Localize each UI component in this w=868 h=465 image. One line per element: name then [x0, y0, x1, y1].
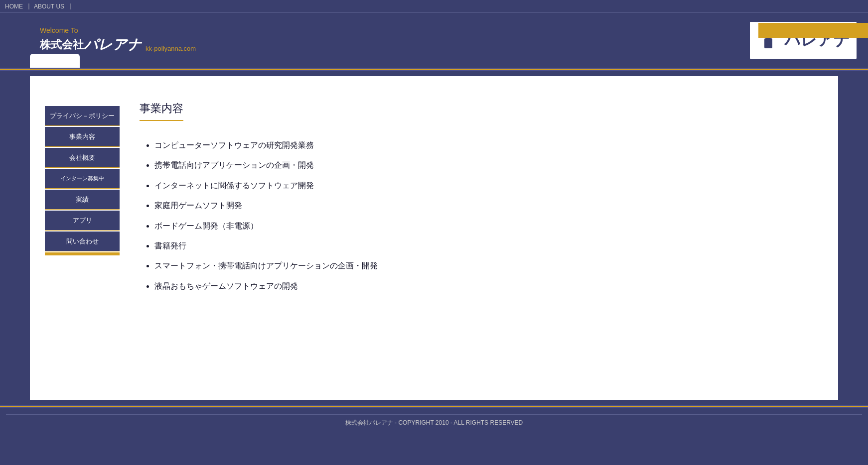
nav-sep-1: ｜ [26, 2, 32, 10]
content-list: コンピューターソフトウェアの研究開発業務 携帯電話向けアプリケーションの企画・開… [140, 140, 808, 292]
footer-text: 株式会社パレアナ - COPYRIGHT 2010 - ALL RIGHTS R… [345, 419, 523, 426]
main-wrapper: プライバシ－ポリシー 事業内容 会社概要 インターン募集中 実績 アプリ [0, 71, 868, 405]
header-gold-strip [758, 23, 868, 38]
svg-rect-10 [764, 38, 772, 48]
list-item: スマートフォン・携帯電話向けアプリケーションの企画・開発 [154, 260, 808, 271]
sidebar: プライバシ－ポリシー 事業内容 会社概要 インターン募集中 実績 アプリ [40, 91, 120, 385]
header-left: Welcome To 株式会社 パレアナ kk-pollyanna.com [0, 26, 748, 54]
top-nav: HOME ｜ ABOUT US ｜ [0, 0, 868, 13]
sidebar-item-company[interactable]: 会社概要 [45, 148, 120, 168]
sidebar-item-business[interactable]: 事業内容 [45, 127, 120, 147]
footer: 株式会社パレアナ - COPYRIGHT 2010 - ALL RIGHTS R… [0, 408, 868, 433]
welcome-text: Welcome To [40, 26, 748, 34]
company-kanji: 株式会社 [40, 37, 84, 52]
footer-inner: 株式会社パレアナ - COPYRIGHT 2010 - ALL RIGHTS R… [6, 414, 862, 427]
list-item: インターネットに関係するソフトウェア開発 [154, 180, 808, 191]
company-name: 株式会社 パレアナ kk-pollyanna.com [40, 35, 748, 54]
nav-home[interactable]: HOME [5, 3, 23, 10]
list-item: 家庭用ゲームソフト開発 [154, 200, 808, 211]
list-item: ボードゲーム開発（非電源） [154, 221, 808, 232]
sidebar-item-results[interactable]: 実績 [45, 190, 120, 210]
sidebar-item-intern[interactable]: インターン募集中 [45, 169, 120, 189]
page-title: 事業内容 [140, 101, 183, 121]
list-item: コンピューターソフトウェアの研究開発業務 [154, 140, 808, 151]
list-item: 携帯電話向けアプリケーションの企画・開発 [154, 160, 808, 171]
list-item: 書籍発行 [154, 240, 808, 251]
site-header: Welcome To 株式会社 パレアナ kk-pollyanna.com [0, 13, 868, 68]
sidebar-menu: プライバシ－ポリシー 事業内容 会社概要 インターン募集中 実績 アプリ [45, 106, 120, 251]
company-katakana: パレアナ [84, 35, 142, 54]
main-content: プライバシ－ポリシー 事業内容 会社概要 インターン募集中 実績 アプリ [30, 76, 838, 400]
nav-about[interactable]: ABOUT US [34, 3, 64, 10]
nav-sep-2: ｜ [67, 2, 73, 10]
company-url[interactable]: kk-pollyanna.com [145, 45, 196, 54]
sidebar-item-apps[interactable]: アプリ [45, 211, 120, 231]
sidebar-item-privacy[interactable]: プライバシ－ポリシー [45, 106, 120, 126]
page-content: 事業内容 コンピューターソフトウェアの研究開発業務 携帯電話向けアプリケーション… [120, 91, 828, 385]
header-tab [30, 54, 80, 68]
list-item: 液晶おもちゃゲームソフトウェアの開発 [154, 281, 808, 292]
sidebar-bottom-bar [45, 252, 120, 255]
sidebar-item-contact[interactable]: 問い合わせ [45, 232, 120, 251]
